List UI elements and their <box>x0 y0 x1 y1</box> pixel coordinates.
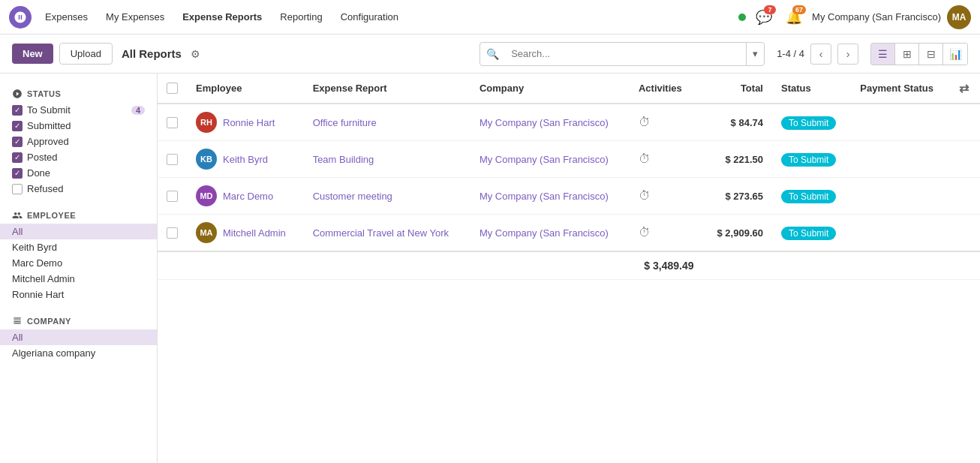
activity-clock-icon[interactable]: ⏱ <box>639 226 651 239</box>
search-dropdown-button[interactable]: ▾ <box>746 43 764 65</box>
checkbox-posted[interactable] <box>12 152 23 163</box>
search-input[interactable] <box>505 43 746 65</box>
employee-name[interactable]: Ronnie Hart <box>223 117 275 128</box>
filter-posted[interactable]: Posted <box>0 149 157 165</box>
company-filter-algeriana[interactable]: Algeriana company <box>0 345 157 361</box>
search-box: 🔍 ▾ <box>479 42 765 66</box>
filter-submitted-label: Submitted <box>27 120 71 131</box>
row-extra-cell <box>950 215 980 252</box>
employee-name[interactable]: Keith Byrd <box>223 154 268 165</box>
status-section-title: STATUS <box>0 83 157 102</box>
company-cell: My Company (San Francisco) <box>470 141 630 178</box>
grand-total-row: $ 3,489.49 <box>158 251 980 280</box>
total-amount: $ 84.74 <box>731 117 763 128</box>
employee-filter-ronnie[interactable]: Ronnie Hart <box>0 287 157 302</box>
row-checkbox-cell <box>158 178 187 215</box>
filter-submitted[interactable]: Submitted <box>0 118 157 134</box>
total-cell: $ 273.65 <box>703 178 772 215</box>
checkbox-to-submit[interactable] <box>12 105 23 116</box>
row-checkbox[interactable] <box>167 191 178 202</box>
filter-refused[interactable]: Refused <box>0 181 157 197</box>
checkbox-refused[interactable] <box>12 184 23 194</box>
employee-name[interactable]: Marc Demo <box>223 191 273 202</box>
next-page-button[interactable]: › <box>837 44 858 65</box>
row-checkbox-cell <box>158 104 187 141</box>
filter-posted-label: Posted <box>27 152 57 163</box>
company-link[interactable]: My Company (San Francisco) <box>479 191 609 202</box>
row-extra-cell <box>950 141 980 178</box>
filter-to-submit-badge: 4 <box>131 106 145 115</box>
activity-clock-icon[interactable]: ⏱ <box>639 116 651 128</box>
employee-cell: RH Ronnie Hart <box>187 104 304 141</box>
filter-refused-label: Refused <box>27 183 63 194</box>
activity-clock-icon[interactable]: ⏱ <box>639 189 651 202</box>
company-link[interactable]: My Company (San Francisco) <box>479 117 609 128</box>
col-payment-status: Payment Status <box>851 74 950 104</box>
expense-report-link[interactable]: Commercial Travel at New York <box>313 227 449 239</box>
company-filter-all[interactable]: All <box>0 329 157 345</box>
employee-avatar: RH <box>196 112 217 133</box>
grand-total-amount: $ 3,489.49 <box>630 251 703 280</box>
expense-report-link[interactable]: Customer meeting <box>313 191 392 202</box>
expense-reports-table: Employee Expense Report Company Activiti… <box>158 74 980 280</box>
nav-expense-reports[interactable]: Expense Reports <box>175 7 269 27</box>
row-checkbox-cell <box>158 141 187 178</box>
activities-cell: ⏱ <box>630 141 703 178</box>
filter-done[interactable]: Done <box>0 165 157 181</box>
toolbar: New Upload All Reports ⚙ 🔍 ▾ 1-4 / 4 ‹ ›… <box>0 35 980 74</box>
filter-to-submit[interactable]: To Submit 4 <box>0 102 157 118</box>
checkbox-submitted[interactable] <box>12 121 23 131</box>
list-view-button[interactable]: ☰ <box>871 44 895 65</box>
expense-report-cell: Commercial Travel at New York <box>304 215 470 252</box>
company-link[interactable]: My Company (San Francisco) <box>479 227 609 239</box>
filter-done-label: Done <box>27 167 50 179</box>
select-all-header <box>158 74 187 104</box>
user-avatar[interactable]: MA <box>947 5 971 29</box>
expense-report-link[interactable]: Team Building <box>313 154 374 165</box>
select-all-checkbox[interactable] <box>167 83 178 94</box>
nav-my-expenses[interactable]: My Expenses <box>98 7 172 27</box>
settings-icon[interactable]: ⚙ <box>191 48 200 60</box>
filter-approved[interactable]: Approved <box>0 134 157 149</box>
top-navigation: Expenses My Expenses Expense Reports Rep… <box>0 0 980 35</box>
col-company: Company <box>470 74 630 104</box>
nav-configuration[interactable]: Configuration <box>333 7 406 27</box>
row-checkbox[interactable] <box>167 227 178 239</box>
activity-clock-icon[interactable]: ⏱ <box>639 152 651 165</box>
employee-name[interactable]: Mitchell Admin <box>223 227 286 239</box>
nav-expenses[interactable]: Expenses <box>38 7 95 27</box>
employee-filter-all[interactable]: All <box>0 224 157 239</box>
app-logo[interactable] <box>9 6 32 29</box>
employee-filter-marc[interactable]: Marc Demo <box>0 255 157 271</box>
col-status: Status <box>772 74 851 104</box>
payment-status-cell <box>851 215 950 252</box>
employee-avatar: MA <box>196 222 217 243</box>
page-title: All Reports <box>122 47 182 60</box>
new-button[interactable]: New <box>12 44 53 64</box>
adjust-columns-icon[interactable]: ⇄ <box>959 82 969 95</box>
table-row: RH Ronnie Hart Office furniture My Compa… <box>158 104 980 141</box>
chart-view-button[interactable]: 📊 <box>943 44 967 65</box>
row-checkbox[interactable] <box>167 117 178 128</box>
checkbox-approved[interactable] <box>12 137 23 147</box>
chat-button[interactable]: 💬 7 <box>752 5 776 29</box>
company-link[interactable]: My Company (San Francisco) <box>479 154 609 165</box>
col-adjust: ⇄ <box>950 74 980 104</box>
prev-page-button[interactable]: ‹ <box>810 44 831 65</box>
kanban-view-button[interactable]: ⊞ <box>895 44 919 65</box>
expense-report-cell: Customer meeting <box>304 178 470 215</box>
employee-filter-keith[interactable]: Keith Byrd <box>0 239 157 255</box>
activity-button[interactable]: 🔔 67 <box>782 5 806 29</box>
upload-button[interactable]: Upload <box>59 43 113 65</box>
checkbox-done[interactable] <box>12 168 23 179</box>
status-badge: To Submit <box>781 227 836 240</box>
col-expense-report: Expense Report <box>304 74 470 104</box>
nav-reporting[interactable]: Reporting <box>272 7 329 27</box>
expense-report-link[interactable]: Office furniture <box>313 117 377 128</box>
chat-badge: 7 <box>764 5 776 14</box>
row-checkbox[interactable] <box>167 154 178 165</box>
employee-cell: MA Mitchell Admin <box>187 215 304 252</box>
total-amount: $ 221.50 <box>725 154 763 165</box>
employee-filter-mitchell[interactable]: Mitchell Admin <box>0 271 157 287</box>
grid-view-button[interactable]: ⊟ <box>919 44 943 65</box>
